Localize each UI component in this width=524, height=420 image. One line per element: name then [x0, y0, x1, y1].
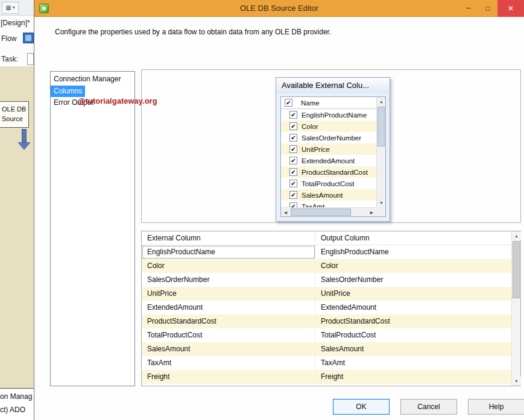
help-button[interactable]: Help	[468, 399, 524, 415]
vs-toolbar: ▦ ▾	[0, 0, 34, 16]
available-column-row: ✔ProductStandardCost	[281, 166, 376, 178]
output-column-cell[interactable]: Freight	[315, 370, 511, 384]
external-column-cell[interactable]: SalesOrderNumber	[142, 273, 315, 287]
mapping-row: UnitPriceUnitPrice	[142, 287, 511, 301]
ado-connection-label: ct) ADO	[0, 406, 25, 414]
scroll-down-arrow-icon[interactable]: ▼	[512, 377, 521, 386]
output-column-cell[interactable]: TotalProductCost	[315, 328, 511, 342]
available-columns-title: Available External Colu...	[276, 78, 390, 93]
available-external-columns-panel: Available External Colu... ✔ Name ✔Engli…	[276, 77, 390, 222]
external-column-cell[interactable]: ExtendedAmount	[142, 301, 315, 315]
vs-toolbar-button[interactable]: ▦ ▾	[2, 2, 19, 14]
data-flow-icon	[23, 33, 34, 43]
external-column-cell[interactable]: Freight	[142, 370, 315, 384]
column-checkbox[interactable]: ✔	[289, 180, 297, 187]
ok-button[interactable]: OK	[333, 399, 390, 415]
select-all-checkbox[interactable]: ✔	[285, 99, 292, 107]
output-column-cell[interactable]: ExtendedAmount	[315, 301, 511, 315]
mapping-rows: EnglishProductNameEnglishProductNameColo…	[142, 245, 511, 386]
available-column-row: ✔Color	[281, 121, 376, 132]
column-checkbox[interactable]: ✔	[289, 122, 297, 130]
designer-tab-label[interactable]: [Design]*	[1, 19, 30, 27]
vs-background-strip: ▦ ▾ [Design]* Flow Task: OLE DB Source o…	[0, 0, 34, 420]
dialog-titlebar: OLE DB Source Editor – □ ✕	[34, 0, 524, 17]
external-column-cell[interactable]: SalesAmount	[142, 342, 315, 356]
dialog-description: Configure the properties used by a data …	[55, 28, 331, 36]
column-checkbox[interactable]: ✔	[289, 157, 297, 165]
column-checkbox[interactable]: ✔	[289, 134, 297, 142]
available-column-row: ✔ExtendedAmount	[281, 155, 376, 166]
available-column-row: ✔SalesAmount	[281, 189, 376, 201]
mapping-row: SalesOrderNumberSalesOrderNumber	[142, 273, 511, 287]
external-column-cell[interactable]: TaxAmt	[142, 356, 315, 370]
source-shape-line2: Source	[2, 114, 28, 124]
nav-item-columns[interactable]: Columns	[51, 86, 85, 97]
maximize-button[interactable]: □	[478, 0, 497, 17]
grid-icon: ▦	[5, 5, 11, 11]
available-columns-rows: ✔EnglishProductName✔Color✔SalesOrderNumb…	[281, 109, 376, 207]
vertical-scroll-thumb[interactable]	[377, 107, 385, 146]
mapping-vertical-scrollbar[interactable]: ▲ ▼	[511, 231, 520, 386]
scroll-right-arrow-icon[interactable]: ▶	[367, 208, 376, 217]
mapping-table-header: External Column Output Column	[142, 231, 511, 245]
column-label: SalesAmount	[301, 192, 342, 199]
column-label: TaxAmt	[301, 203, 324, 208]
name-column-header: Name	[301, 99, 320, 107]
output-column-cell[interactable]: ProductStandardCost	[315, 315, 511, 328]
column-label: ExtendedAmount	[301, 157, 355, 165]
external-column-cell[interactable]: Color	[142, 259, 315, 273]
mapping-row: FreightFreight	[142, 370, 511, 384]
scrollbar-corner	[376, 207, 385, 216]
output-column-cell[interactable]: SalesAmount	[315, 342, 511, 356]
column-label: Color	[301, 123, 318, 130]
column-label: SalesOrderNumber	[301, 134, 361, 142]
task-dropdown-stub[interactable]	[27, 53, 34, 65]
cancel-button[interactable]: Cancel	[400, 399, 457, 415]
column-checkbox[interactable]: ✔	[289, 191, 297, 199]
checklist-vertical-scrollbar[interactable]: ▲ ▼	[376, 97, 385, 207]
external-column-header: External Column	[142, 231, 315, 245]
close-button[interactable]: ✕	[497, 0, 524, 17]
external-column-cell[interactable]: UnitPrice	[142, 287, 315, 301]
mapping-row: SalesAmountSalesAmount	[142, 342, 511, 356]
external-column-cell[interactable]: TotalProductCost	[142, 328, 315, 342]
external-column-cell[interactable]: ProductStandardCost	[142, 315, 315, 328]
connection-managers-pane: on Manag ct) ADO	[0, 389, 34, 420]
mapping-row: ProductStandardCostProductStandardCost	[142, 315, 511, 328]
scroll-up-arrow-icon[interactable]: ▲	[512, 231, 521, 240]
data-flow-arrow-stem	[22, 129, 27, 142]
output-column-cell[interactable]: UnitPrice	[315, 287, 511, 301]
dialog-nav-list: Connection ManagerColumnsError Output	[50, 71, 135, 386]
available-column-row: ✔SalesOrderNumber	[281, 132, 376, 143]
available-column-row: ✔UnitPrice	[281, 143, 376, 155]
vertical-scroll-thumb[interactable]	[513, 241, 520, 298]
external-column-cell[interactable]: EnglishProductName	[142, 245, 315, 259]
design-surface: OLE DB Source	[0, 66, 34, 389]
mapping-row: ExtendedAmountExtendedAmount	[142, 301, 511, 315]
horizontal-scroll-thumb[interactable]	[291, 208, 351, 216]
column-label: EnglishProductName	[301, 111, 367, 119]
data-flow-tab-label[interactable]: Flow	[1, 34, 16, 43]
column-label: UnitPrice	[301, 146, 330, 153]
column-checkbox[interactable]: ✔	[289, 202, 297, 207]
ole-db-source-shape[interactable]: OLE DB Source	[0, 101, 29, 128]
available-column-row: ✔EnglishProductName	[281, 109, 376, 121]
checklist-horizontal-scrollbar[interactable]: ◀ ▶	[281, 207, 376, 216]
scroll-down-arrow-icon[interactable]: ▼	[377, 198, 386, 207]
column-checkbox[interactable]: ✔	[289, 145, 297, 153]
output-column-cell[interactable]: SalesOrderNumber	[315, 273, 511, 287]
column-checkbox[interactable]: ✔	[289, 111, 297, 119]
scroll-up-arrow-icon[interactable]: ▲	[377, 97, 386, 106]
available-columns-checklist: ✔ Name ✔EnglishProductName✔Color✔SalesOr…	[280, 96, 386, 217]
task-label: Task:	[1, 55, 18, 63]
available-column-row: ✔TaxAmt	[281, 201, 376, 207]
nav-item-connection-manager[interactable]: Connection Manager	[51, 74, 134, 85]
output-column-cell[interactable]: Color	[315, 259, 511, 273]
mapping-row: TotalProductCostTotalProductCost	[142, 328, 511, 342]
column-checkbox[interactable]: ✔	[289, 168, 297, 176]
output-column-cell[interactable]: TaxAmt	[315, 356, 511, 370]
scroll-left-arrow-icon[interactable]: ◀	[281, 208, 290, 217]
minimize-button[interactable]: –	[459, 0, 478, 17]
output-column-cell[interactable]: EnglishProductName	[315, 245, 511, 259]
connection-managers-label: on Manag	[0, 392, 32, 401]
